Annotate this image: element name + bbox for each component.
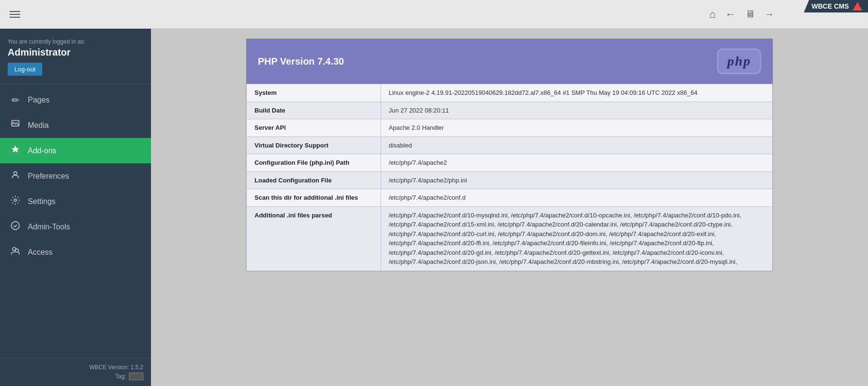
access-icon: [10, 246, 21, 258]
table-cell-value: /etc/php/7.4/apache2: [381, 154, 773, 172]
table-cell-value: /etc/php/7.4/apache2/conf.d: [381, 189, 773, 207]
php-version-text: PHP Version 7.4.30: [258, 56, 344, 67]
table-cell-value: Apache 2.0 Handler: [381, 119, 773, 137]
table-row: Scan this dir for additional .ini files/…: [247, 189, 773, 207]
table-cell-label: System: [247, 84, 381, 102]
settings-label: Settings: [28, 197, 56, 206]
table-row: Virtual Directory Supportdisabled: [247, 136, 773, 154]
table-row: Build DateJun 27 2022 08:20:11: [247, 102, 773, 119]
svg-point-2: [14, 199, 17, 202]
table-cell-label: Configuration File (php.ini) Path: [247, 154, 381, 172]
home-button[interactable]: ⌂: [709, 8, 716, 21]
sidebar-item-preferences[interactable]: Preferences: [0, 163, 151, 189]
version-label: WBCE Version: 1.5.2: [8, 364, 143, 371]
top-bar: ⌂ ← 🖥 → WBCE CMS: [0, 0, 868, 29]
table-row: Configuration File (php.ini) Path/etc/ph…: [247, 154, 773, 172]
table-cell-label: Loaded Configuration File: [247, 171, 381, 189]
pages-label: Pages: [28, 96, 49, 104]
table-cell-label: Virtual Directory Support: [247, 136, 381, 154]
sidebar-nav: ✏ Pages Media Add-ons Preferences: [0, 84, 151, 358]
php-info-container: PHP Version 7.4.30 php SystemLinux engin…: [246, 38, 773, 272]
table-cell-value: Jun 27 2022 08:20:11: [381, 102, 773, 119]
addons-icon: [10, 145, 21, 157]
php-header: PHP Version 7.4.30 php: [246, 39, 773, 84]
tag-box: [129, 373, 143, 380]
table-cell-label: Additional .ini files parsed: [247, 206, 381, 271]
svg-point-1: [14, 171, 17, 175]
monitor-button[interactable]: 🖥: [745, 9, 755, 20]
table-cell-value: /etc/php/7.4/apache2/conf.d/10-mysqlnd.i…: [381, 206, 773, 271]
table-cell-value: /etc/php/7.4/apache2/php.ini: [381, 171, 773, 189]
back-button[interactable]: ←: [725, 8, 736, 21]
table-row: Loaded Configuration File/etc/php/7.4/ap…: [247, 171, 773, 189]
sidebar-item-addons[interactable]: Add-ons: [0, 138, 151, 163]
table-cell-label: Scan this dir for additional .ini files: [247, 189, 381, 207]
table-row: Server APIApache 2.0 Handler: [247, 119, 773, 137]
sidebar-item-pages[interactable]: ✏ Pages: [0, 88, 151, 113]
main-layout: You are currently logged in as: Administ…: [0, 29, 868, 386]
admintools-label: Admin-Tools: [28, 223, 70, 231]
php-logo: php: [717, 48, 761, 74]
sidebar-item-settings[interactable]: Settings: [0, 189, 151, 214]
table-cell-value: Linux engine-2 4.19.91-20220519040629.18…: [381, 84, 773, 102]
php-info-table: SystemLinux engine-2 4.19.91-20220519040…: [246, 84, 773, 271]
preferences-icon: [10, 170, 21, 182]
forward-button[interactable]: →: [764, 9, 774, 20]
menu-toggle-button[interactable]: [8, 9, 22, 20]
sidebar-item-media[interactable]: Media: [0, 113, 151, 138]
table-row: Additional .ini files parsed/etc/php/7.4…: [247, 206, 773, 271]
logged-in-label: You are currently logged in as:: [8, 38, 143, 45]
logout-button[interactable]: Log-out: [8, 63, 42, 76]
preferences-label: Preferences: [28, 172, 69, 181]
tag-label: Tag:: [115, 373, 126, 380]
settings-icon: [10, 195, 21, 207]
table-cell-label: Server API: [247, 119, 381, 137]
table-row: SystemLinux engine-2 4.19.91-20220519040…: [247, 84, 773, 102]
table-cell-value: disabled: [381, 136, 773, 154]
tag-row: Tag:: [8, 373, 143, 380]
username-display: Administrator: [8, 47, 143, 58]
sidebar-item-admintools[interactable]: Admin-Tools: [0, 214, 151, 239]
sidebar-footer: WBCE Version: 1.5.2 Tag:: [0, 358, 151, 386]
sidebar: You are currently logged in as: Administ…: [0, 29, 151, 386]
sidebar-user: You are currently logged in as: Administ…: [0, 29, 151, 84]
pages-icon: ✏: [10, 94, 21, 106]
admintools-icon: [10, 221, 21, 233]
top-bar-left: [8, 9, 22, 20]
logo-triangle: [853, 2, 862, 11]
addons-label: Add-ons: [28, 147, 57, 155]
table-cell-label: Build Date: [247, 102, 381, 119]
media-icon: [10, 119, 21, 131]
sidebar-item-access[interactable]: Access: [0, 239, 151, 265]
content-area: PHP Version 7.4.30 php SystemLinux engin…: [151, 29, 868, 386]
wbce-logo: WBCE CMS: [804, 0, 868, 12]
php-logo-text: php: [727, 54, 751, 69]
access-label: Access: [28, 248, 53, 257]
svg-point-4: [15, 249, 19, 252]
media-label: Media: [28, 121, 49, 130]
